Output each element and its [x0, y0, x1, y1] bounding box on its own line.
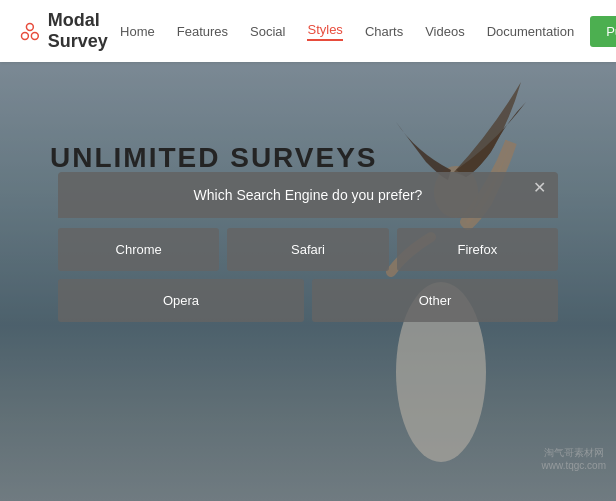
brand-label: Modal Survey — [48, 10, 120, 52]
option-other[interactable]: Other — [312, 279, 558, 322]
modal-close-button[interactable]: ✕ — [533, 180, 546, 196]
option-chrome[interactable]: Chrome — [58, 228, 219, 271]
nav-charts[interactable]: Charts — [365, 24, 403, 39]
modal-question: Which Search Engine do you prefer? — [194, 187, 423, 203]
modal-overlay: Which Search Engine do you prefer? ✕ Chr… — [0, 62, 616, 501]
svg-point-0 — [26, 24, 33, 31]
nav-features[interactable]: Features — [177, 24, 228, 39]
purchase-button[interactable]: Purchase — [590, 16, 616, 47]
svg-point-1 — [21, 32, 28, 39]
nav-home[interactable]: Home — [120, 24, 155, 39]
option-safari[interactable]: Safari — [227, 228, 388, 271]
modal-header: Which Search Engine do you prefer? ✕ — [58, 172, 558, 218]
modal-body: Chrome Safari Firefox Opera Other — [58, 218, 558, 322]
brand-icon — [20, 15, 40, 47]
option-firefox[interactable]: Firefox — [397, 228, 558, 271]
navbar: Modal Survey Home Features Social Styles… — [0, 0, 616, 62]
nav-styles[interactable]: Styles — [307, 22, 342, 41]
brand: Modal Survey — [20, 10, 120, 52]
modal: Which Search Engine do you prefer? ✕ Chr… — [58, 172, 558, 330]
nav-videos[interactable]: Videos — [425, 24, 465, 39]
option-opera[interactable]: Opera — [58, 279, 304, 322]
option-row-1: Chrome Safari Firefox — [58, 228, 558, 271]
option-row-2: Opera Other — [58, 279, 558, 322]
nav-documentation[interactable]: Documentation — [487, 24, 574, 39]
nav-links: Home Features Social Styles Charts Video… — [120, 22, 574, 41]
svg-point-2 — [31, 32, 38, 39]
nav-social[interactable]: Social — [250, 24, 285, 39]
